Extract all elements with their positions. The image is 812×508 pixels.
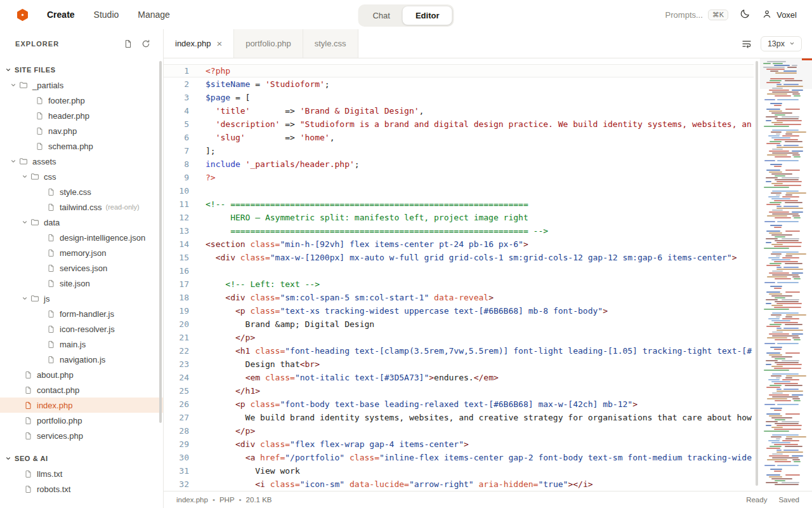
code-line[interactable]: 29 <div class="flex flex-wrap gap-4 item… <box>164 438 754 451</box>
tree-item-site.json[interactable]: site.json <box>0 276 163 291</box>
tree-item-services.php[interactable]: services.php <box>0 428 163 443</box>
code-line[interactable]: 14<section class="min-h-[92vh] flex item… <box>164 237 754 251</box>
tree-item-schema.php[interactable]: schema.php <box>0 138 163 154</box>
code-area[interactable]: 1<?php2$siteName = 'Studioform';3$page =… <box>164 58 754 491</box>
code-line[interactable]: 10 <box>164 184 754 197</box>
tree-item-design-intelligence.json[interactable]: design-intelligence.json <box>0 230 163 245</box>
minimap-line <box>774 383 798 384</box>
code-line[interactable]: 16 <box>164 264 754 277</box>
close-icon[interactable]: × <box>216 39 222 48</box>
code-line[interactable]: 22 <h1 class="font-heading text-[clamp(3… <box>164 344 754 358</box>
tree-item-contact.php[interactable]: contact.php <box>0 382 163 398</box>
minimap-line <box>766 143 780 144</box>
status-ready: Ready <box>746 496 767 504</box>
code-line[interactable]: 2$siteName = 'Studioform'; <box>164 77 754 91</box>
tree-item-index.php[interactable]: index.php <box>0 398 163 413</box>
tree-item-_partials[interactable]: _partials <box>0 77 163 93</box>
mode-tab-chat[interactable]: Chat <box>360 6 402 25</box>
minimap-line <box>775 217 791 218</box>
code-line[interactable]: 19 <p class="text-xs tracking-widest upp… <box>164 304 754 318</box>
tree-item-llms.txt[interactable]: llms.txt <box>0 466 163 481</box>
user-menu[interactable]: Voxel <box>762 9 797 21</box>
code-line[interactable]: 1<?php <box>164 64 754 77</box>
tree-item-header.php[interactable]: header.php <box>0 108 163 123</box>
minimap-line <box>786 375 806 377</box>
tree-item-memory.json[interactable]: memory.json <box>0 245 163 260</box>
code-line[interactable]: 32 <i class="icon-sm" data-lucide="arrow… <box>164 478 754 491</box>
code-line[interactable]: 26 <p class="font-body text-base leading… <box>164 398 754 411</box>
tree-item-navigation.js[interactable]: navigation.js <box>0 352 163 367</box>
nav-create[interactable]: Create <box>47 10 75 20</box>
tree-section-seo-ai[interactable]: SEO & AI <box>0 451 163 466</box>
status-separator: • <box>213 496 215 504</box>
code-line[interactable]: 7]; <box>164 144 754 157</box>
sidebar-scrollbar[interactable] <box>159 61 162 423</box>
mode-tab-editor[interactable]: Editor <box>403 6 452 25</box>
nav-manage[interactable]: Manage <box>138 10 170 20</box>
minimap-line <box>785 133 792 135</box>
code-line[interactable]: 4 'title' => 'Brand & Digital Design', <box>164 104 754 117</box>
code-line[interactable]: 18 <div class="sm:col-span-5 sm:col-star… <box>164 291 754 304</box>
minimap-line <box>775 362 799 363</box>
code-line[interactable]: 30 <a href="/portfolio" class="inline-fl… <box>164 451 754 464</box>
minimap-line <box>785 324 802 325</box>
code-line[interactable]: 13 =====================================… <box>164 224 754 237</box>
minimap-line <box>766 231 780 232</box>
nav-studio[interactable]: Studio <box>94 10 119 20</box>
tree-section-site-files[interactable]: SITE FILES <box>0 62 163 77</box>
code-line[interactable]: 12 HERO — Asymmetric split: manifesto le… <box>164 211 754 224</box>
code-line[interactable]: 6 'slug' => 'home', <box>164 131 754 144</box>
tree-item-data[interactable]: data <box>0 215 163 230</box>
tree-item-tailwind.css[interactable]: tailwind.css(read-only) <box>0 199 163 215</box>
code-line[interactable]: 28 </p> <box>164 424 754 438</box>
code-line[interactable]: 5 'description' => "Studioform is a bran… <box>164 117 754 131</box>
code-line[interactable]: 25 </h1> <box>164 384 754 398</box>
tab-index.php[interactable]: index.php× <box>164 29 234 58</box>
tab-portfolio.php[interactable]: portfolio.php <box>234 29 303 58</box>
font-size-select[interactable]: 13px <box>761 36 802 51</box>
tree-item-footer.php[interactable]: footer.php <box>0 93 163 108</box>
scrollbar-thumb[interactable] <box>756 61 758 486</box>
code-line[interactable]: 11<!-- =================================… <box>164 197 754 211</box>
minimap-line <box>776 208 803 209</box>
dark-mode-toggle[interactable] <box>740 8 750 22</box>
tree-item-about.php[interactable]: about.php <box>0 367 163 382</box>
tree-item-robots.txt[interactable]: robots.txt <box>0 481 163 497</box>
minimap[interactable] <box>760 58 812 491</box>
tree-item-style.css[interactable]: style.css <box>0 184 163 199</box>
app-logo-icon[interactable] <box>15 8 29 22</box>
editor-scrollbar[interactable] <box>754 58 760 491</box>
code-line[interactable]: 15 <div class="max-w-[1200px] mx-auto w-… <box>164 251 754 264</box>
prompts-button[interactable]: Prompts... ⌘K <box>665 10 729 20</box>
tree-item-services.json[interactable]: services.json <box>0 260 163 276</box>
tree-item-js[interactable]: js <box>0 291 163 306</box>
line-number: 18 <box>164 291 199 304</box>
file-name: services.json <box>60 264 107 273</box>
tree-item-icon-resolver.js[interactable]: icon-resolver.js <box>0 321 163 337</box>
minimap-line <box>792 459 800 460</box>
code-line[interactable]: 3$page = [ <box>164 91 754 104</box>
code-line[interactable]: 31 View work <box>164 464 754 478</box>
minimap-line <box>769 415 782 417</box>
tree-item-css[interactable]: css <box>0 169 163 184</box>
code-line[interactable]: 23 Design that<br> <box>164 358 754 371</box>
word-wrap-icon[interactable] <box>742 39 752 49</box>
code-line[interactable]: 27 We build brand identity systems, webs… <box>164 411 754 424</box>
code-line[interactable]: 21 </p> <box>164 331 754 344</box>
new-file-icon[interactable] <box>124 39 133 48</box>
tree-item-assets[interactable]: assets <box>0 154 163 169</box>
tree-item-main.js[interactable]: main.js <box>0 337 163 352</box>
code-line[interactable]: 20 Brand &amp; Digital Design <box>164 318 754 331</box>
tree-item-portfolio.php[interactable]: portfolio.php <box>0 413 163 428</box>
refresh-icon[interactable] <box>141 39 150 48</box>
code-line[interactable]: 8include '_partials/header.php'; <box>164 157 754 171</box>
code-line[interactable]: 9?> <box>164 171 754 184</box>
tree-item-nav.php[interactable]: nav.php <box>0 123 163 138</box>
minimap-line <box>792 276 800 277</box>
font-size-value: 13px <box>768 39 785 48</box>
minimap-line <box>772 130 799 131</box>
code-line[interactable]: 17 <!-- Left: text --> <box>164 277 754 291</box>
code-line[interactable]: 24 <em class="not-italic text-[#3D5A73]"… <box>164 371 754 384</box>
tree-item-form-handler.js[interactable]: form-handler.js <box>0 306 163 321</box>
tab-style.css[interactable]: style.css <box>303 29 358 58</box>
